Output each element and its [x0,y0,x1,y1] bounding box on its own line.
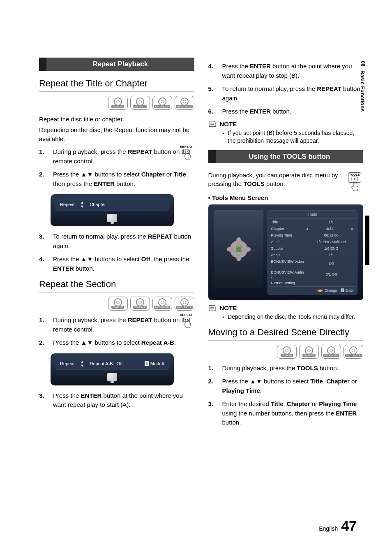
step-item: 5.To return to normal play, press the RE… [208,84,364,103]
disc-badge: DVD-VIDEO [321,345,341,359]
tools-button-icon: TOOLS [345,170,364,192]
tools-panel-footer: ◀▶ Change 🅴 Enter [268,286,357,294]
step-number: 4. [39,255,47,273]
step-text: Enter the desired Title, Chapter or Play… [222,399,364,427]
section-bar-tools: Using the TOOLS button [208,150,364,163]
tools-row: Angle:1/1 [268,252,357,258]
osd-repeat-chapter: Repeat ▲▼ Chapter [51,194,174,226]
osd-mark: Mark A [150,361,164,366]
remote-button-icon: REPEAT [177,313,196,328]
step-number: 3. [208,399,217,427]
note-list-2: Depending on the disc, the Tools menu ma… [223,313,364,321]
step-number: 5. [208,84,217,103]
step-text: To return to normal play, press the REPE… [53,232,194,251]
tools-panel-rows: Title:1/1Chapter◀4/21▶Playing Time:00:12… [268,219,357,286]
step-item: 1.During playback, press the TOOLS butto… [208,364,364,373]
step-number: 1. [208,364,217,373]
tools-row: BONUSVIEW Video :Off [268,258,357,269]
page-number: 47 [341,518,357,534]
step-item: 4.Press the ▲▼ buttons to select Off, th… [39,255,194,273]
heading-moving-scene: Moving to a Desired Scene Directly [208,327,364,341]
step-number: 2. [39,170,47,188]
tools-row: Title:1/1 [268,219,357,225]
tools-row: Subtitle:1/6 ENG [268,245,357,252]
osd-label: Repeat [60,202,74,207]
disc-badge: DVD±RW/±R [175,297,194,311]
cursor-icon [107,373,117,381]
step-number: 6. [208,107,217,116]
enter-glyph-icon: 🅴 [341,288,344,292]
note-heading: NOTE [208,121,364,128]
tools-panel: Tools Title:1/1Chapter◀4/21▶Playing Time… [267,210,358,295]
step-text: During playback, press the REPEAT button… [53,147,194,166]
disc-badge: BD-RE/-R [299,345,319,359]
steps-b2: 3.Press the ENTER button at the point wh… [39,391,194,410]
osd-value: Repeat A-B : Off [90,361,122,366]
flower-icon [224,235,253,264]
disc-badge: BD-RE/-R [130,96,150,110]
steps-c: 4.Press the ENTER button at the point wh… [208,62,364,116]
step-text: Press the ▲▼ buttons to select Title, Ch… [222,377,364,395]
step-text: Press the ▲▼ buttons to select Off, the … [53,255,194,273]
lr-arrows-icon: ◀▶ [317,288,323,292]
note-item: Depending on the disc, the Tools menu ma… [223,313,364,321]
step-number: 4. [208,62,217,80]
note-heading: NOTE [208,304,364,311]
manual-page: 06 Basic Functions Repeat Playback Repea… [0,0,392,557]
note-item: If you set point (B) before 5 seconds ha… [223,129,364,145]
tools-menu-heading: Tools Menu Screen [208,194,364,201]
section-bar-repeat: Repeat Playback [39,58,194,71]
disc-badge: BD-ROM [108,96,128,110]
footer-language: English [319,525,338,532]
disc-badge: BD-ROM [277,345,297,359]
step-item: 4.Press the ENTER button at the point wh… [208,62,364,80]
tools-intro: During playback, you can operate disc me… [208,171,364,189]
step-item: 6.Press the ENTER button. [208,107,364,116]
step-item: 2.Press the ▲▼ buttons to select Title, … [208,377,364,395]
heading-repeat-title-chapter: Repeat the Title or Chapter [39,78,194,92]
step-text: Press the ENTER button at the point wher… [53,391,194,410]
right-column: 4.Press the ENTER button at the point wh… [208,58,364,432]
tools-row: Chapter◀4/21▶ [268,225,357,232]
heading-repeat-section: Repeat the Section [39,279,194,292]
step-text: To return to normal play, press the REPE… [222,84,364,103]
disc-badge: DVD±RW/±R [344,345,363,359]
step-number: 1. [39,316,47,334]
thumb-index-strip [365,216,369,265]
svg-point-12 [236,246,242,252]
tools-row: BONUSVIEW Audio :0/1 Off [268,269,357,280]
step-item: 1.During playback, press the REPEAT butt… [39,147,194,166]
disc-badge-row: BD-ROMBD-RE/-RDVD-VIDEODVD±RW/±R [208,345,364,359]
left-column: Repeat Playback Repeat the Title or Chap… [39,58,194,432]
remote-button-icon: REPEAT [177,145,196,160]
step-text: Press the ENTER button. [222,107,364,116]
hand-press-icon [350,183,360,192]
disc-badge: DVD-VIDEO [152,297,172,311]
step-text: During playback, press the TOOLS button. [222,364,364,373]
svg-point-3 [354,178,355,180]
preview-thumbnail [214,210,263,288]
steps-b: 1.During playback, press the REPEAT butt… [39,316,194,348]
step-item: 3.To return to normal play, press the RE… [39,232,194,251]
updown-icon: ▲▼ [80,200,84,209]
intro-line-1: Repeat the disc title or chapter. [39,115,194,124]
page-footer: English 47 [319,518,357,534]
osd-label: Repeat [60,361,74,366]
step-number: 2. [208,377,217,395]
step-text: Press the ▲▼ buttons to select Repeat A-… [53,338,194,348]
steps-d: 1.During playback, press the TOOLS butto… [208,364,364,427]
step-number: 3. [39,232,47,251]
disc-badge-row: BD-ROMBD-RE/-RDVD-VIDEODVD±RW/±R [39,96,194,110]
note-label: NOTE [220,304,237,311]
step-item: 2.Press the ▲▼ buttons to select Repeat … [39,338,194,348]
updown-icon: ▲▼ [80,360,84,368]
osd-repeat-ab: Repeat ▲▼ Repeat A-B : Off 🅴 Mark A [51,353,174,385]
steps-a: 1.During playback, press the REPEAT butt… [39,147,194,188]
step-item: 2.Press the ▲▼ buttons to select Chapter… [39,170,194,188]
step-number: 2. [39,338,47,348]
tools-row: Playing Time:00:12:06 [268,232,357,239]
note-list-1: If you set point (B) before 5 seconds ha… [223,129,364,145]
disc-badge: DVD±RW/±R [175,96,194,110]
cursor-icon [107,214,117,222]
enter-glyph-icon: 🅴 [145,361,150,366]
